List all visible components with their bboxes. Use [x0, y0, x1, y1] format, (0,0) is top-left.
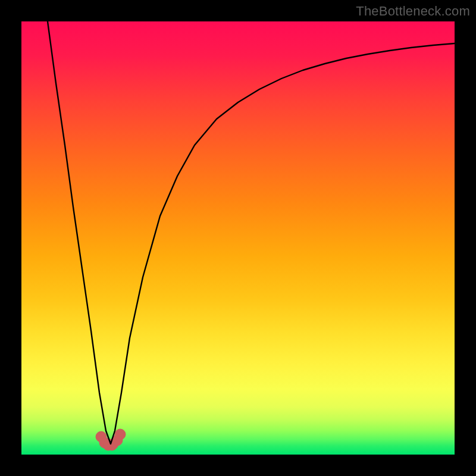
watermark-text: TheBottleneck.com	[356, 4, 470, 19]
chart-plot-area	[21, 21, 455, 455]
svg-point-6	[115, 429, 126, 440]
chart-frame: TheBottleneck.com	[0, 0, 476, 476]
gradient-background	[21, 21, 455, 455]
chart-svg	[21, 21, 455, 455]
